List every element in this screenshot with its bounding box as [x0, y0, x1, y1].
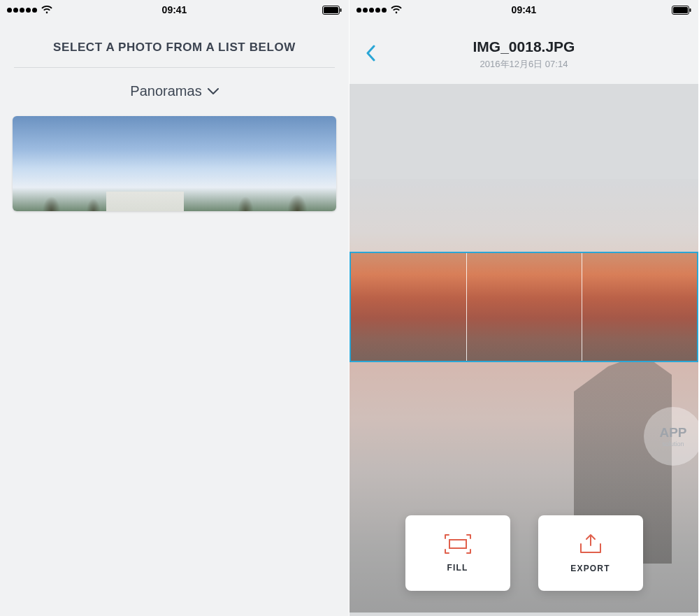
fill-button-label: FILL	[447, 563, 468, 573]
divider	[14, 67, 335, 68]
fill-button[interactable]: FILL	[405, 515, 510, 591]
picker-header: SELECT A PHOTO FROM A LIST BELOW	[0, 20, 349, 67]
fill-icon	[442, 533, 473, 554]
editor-header: IMG_0018.JPG 2016年12月6日 07:14	[350, 20, 698, 84]
export-button-label: EXPORT	[570, 564, 610, 573]
photo-thumbnail[interactable]	[13, 116, 336, 211]
watermark-text-main: APP	[659, 425, 686, 440]
svg-rect-6	[449, 540, 466, 548]
watermark-badge: APP solution	[644, 407, 699, 466]
screen-crop-editor: 09:41 IMG_0018.JPG 2016年12月6日 07:14 APP …	[350, 0, 699, 616]
export-icon	[577, 533, 605, 555]
file-subtitle: 2016年12月6日 07:14	[480, 58, 568, 71]
editor-body: APP solution FILL	[350, 84, 698, 616]
chevron-down-icon	[208, 88, 219, 95]
action-row: FILL EXPORT	[350, 515, 698, 591]
export-button[interactable]: EXPORT	[538, 515, 643, 591]
chevron-left-icon	[366, 45, 375, 64]
status-bar: 09:41	[350, 0, 698, 20]
status-time: 09:41	[350, 4, 698, 15]
crop-selection[interactable]	[350, 252, 698, 362]
status-time: 09:41	[0, 4, 349, 15]
crop-grid-line	[466, 253, 467, 361]
back-button[interactable]	[359, 43, 382, 66]
picker-title: SELECT A PHOTO FROM A LIST BELOW	[14, 41, 335, 55]
album-selector-label: Panoramas	[130, 83, 201, 99]
file-title: IMG_0018.JPG	[473, 38, 575, 55]
status-bar: 09:41	[0, 0, 349, 20]
watermark-text-sub: solution	[662, 440, 684, 447]
crop-grid-line	[582, 253, 582, 361]
album-selector[interactable]: Panoramas	[0, 83, 349, 99]
screen-photo-picker: 09:41 SELECT A PHOTO FROM A LIST BELOW P…	[0, 0, 350, 616]
